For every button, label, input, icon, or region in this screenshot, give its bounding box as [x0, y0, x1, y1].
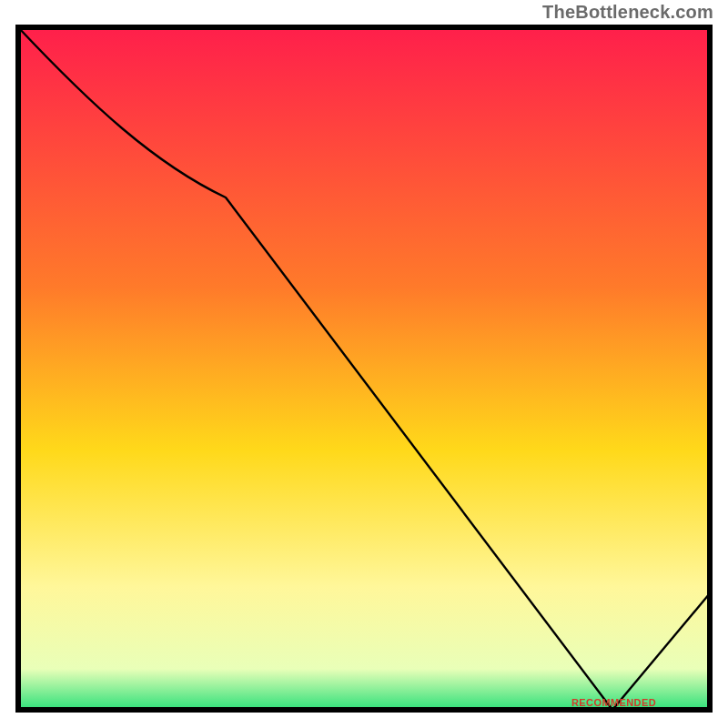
gradient-background	[18, 27, 710, 710]
attribution-label: TheBottleneck.com	[542, 2, 713, 23]
plot-area: RECOMMENDED	[18, 27, 710, 710]
recommended-marker-label: RECOMMENDED	[571, 697, 656, 708]
chart-container: TheBottleneck.com RECOMMENDED	[0, 0, 728, 728]
bottleneck-chart: RECOMMENDED	[0, 0, 728, 728]
